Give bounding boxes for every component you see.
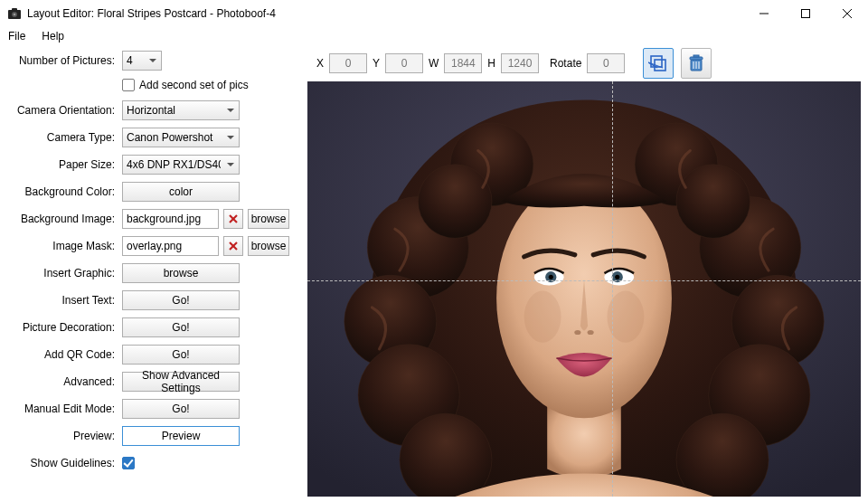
advanced-label: Advanced: <box>3 375 122 388</box>
svg-point-45 <box>608 291 645 343</box>
preview-label: Preview: <box>3 430 122 442</box>
w-label: W <box>429 57 439 70</box>
h-input[interactable] <box>501 53 539 73</box>
insert-graphic-label: Insert Graphic: <box>3 267 122 279</box>
coordinate-bar: X Y W H Rotate <box>307 51 861 76</box>
svg-point-43 <box>588 330 594 335</box>
image-mask-browse-button[interactable]: browse <box>248 236 289 256</box>
x-label: X <box>316 57 324 70</box>
y-label: Y <box>373 57 380 70</box>
num-pictures-label: Number of Pictures: <box>3 54 122 67</box>
add-qr-button[interactable]: Go! <box>122 345 240 365</box>
window-title: Layout Editor: Floral Stripes Postcard -… <box>27 7 743 20</box>
background-image-label: Background Image: <box>3 213 122 225</box>
duplicate-button[interactable] <box>643 48 674 79</box>
layout-canvas[interactable] <box>307 81 861 497</box>
svg-point-3 <box>14 14 16 16</box>
delete-button[interactable] <box>681 48 712 79</box>
minimize-button[interactable] <box>743 0 785 27</box>
title-bar: Layout Editor: Floral Stripes Postcard -… <box>0 0 868 27</box>
add-second-label: Add second set of pics <box>139 79 249 91</box>
x-input[interactable] <box>329 53 367 73</box>
menu-help[interactable]: Help <box>39 29 67 43</box>
picture-decoration-label: Picture Decoration: <box>3 321 122 334</box>
rotate-label: Rotate <box>550 57 581 70</box>
background-color-button[interactable]: color <box>122 182 240 202</box>
menu-bar: File Help <box>0 27 868 45</box>
background-image-browse-button[interactable]: browse <box>248 209 289 229</box>
manual-edit-label: Manual Edit Mode: <box>3 403 122 415</box>
guideline-horizontal <box>307 280 861 281</box>
add-qr-label: Add QR Code: <box>3 348 122 361</box>
preview-image <box>307 81 861 497</box>
settings-panel: Number of Pictures: 4 Add second set of … <box>0 45 307 502</box>
camera-type-select[interactable]: Canon Powershot <box>122 128 240 147</box>
svg-point-33 <box>418 165 492 239</box>
insert-graphic-button[interactable]: browse <box>122 263 240 283</box>
num-pictures-select[interactable]: 4 <box>122 51 162 71</box>
close-button[interactable] <box>826 0 868 27</box>
camera-orientation-label: Camera Orientation: <box>3 104 122 117</box>
insert-text-button[interactable]: Go! <box>122 290 240 310</box>
image-mask-clear-button[interactable] <box>223 236 243 256</box>
svg-rect-18 <box>693 55 699 57</box>
maximize-button[interactable] <box>785 0 826 27</box>
preview-button[interactable]: Preview <box>122 426 240 446</box>
w-input[interactable] <box>444 53 482 73</box>
camera-type-label: Camera Type: <box>3 131 122 144</box>
background-image-input[interactable] <box>122 209 219 229</box>
show-guidelines-label: Show Guidelines: <box>3 457 122 469</box>
show-guidelines-checkbox[interactable] <box>122 457 135 469</box>
svg-point-39 <box>549 275 553 279</box>
svg-rect-1 <box>12 8 17 11</box>
camera-orientation-select[interactable]: Horizontal <box>122 100 240 120</box>
svg-point-34 <box>676 165 750 239</box>
advanced-button[interactable]: Show Advanced Settings <box>122 372 240 392</box>
h-label: H <box>487 57 495 70</box>
image-mask-label: Image Mask: <box>3 240 122 252</box>
svg-rect-5 <box>802 10 810 18</box>
insert-text-label: Insert Text: <box>3 294 122 307</box>
add-second-checkbox[interactable] <box>122 79 135 91</box>
manual-edit-button[interactable]: Go! <box>122 399 240 419</box>
svg-point-41 <box>615 275 619 279</box>
y-input[interactable] <box>385 53 423 73</box>
app-icon <box>7 6 22 21</box>
menu-file[interactable]: File <box>5 29 28 43</box>
rotate-input[interactable] <box>587 53 625 73</box>
background-image-clear-button[interactable] <box>223 209 243 229</box>
svg-point-42 <box>574 330 580 335</box>
paper-size-select[interactable]: 4x6 DNP RX1/DS40 - Horiz <box>122 155 240 175</box>
guideline-vertical <box>612 81 613 497</box>
image-mask-input[interactable] <box>122 236 219 256</box>
svg-point-44 <box>524 291 561 343</box>
background-color-label: Background Color: <box>3 185 122 198</box>
paper-size-label: Paper Size: <box>3 158 122 171</box>
picture-decoration-button[interactable]: Go! <box>122 317 240 337</box>
